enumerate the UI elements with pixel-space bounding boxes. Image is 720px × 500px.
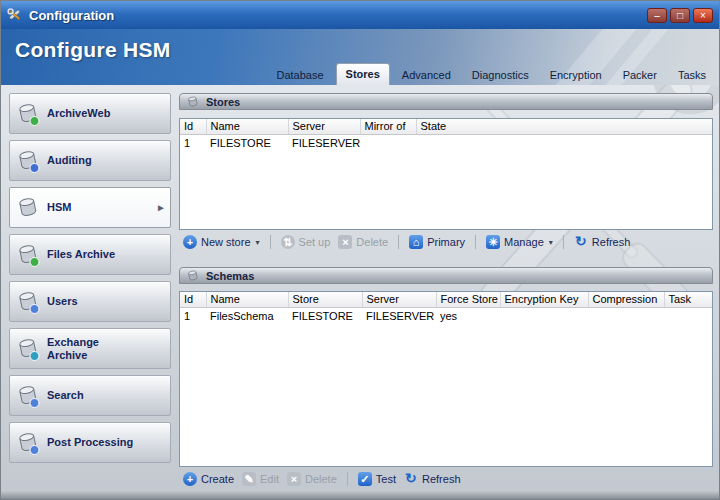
chevron-down-icon[interactable]: ▾ — [256, 238, 260, 247]
home-icon: ⌂ — [409, 235, 423, 249]
page-header: Configure HSM Database Stores Advanced D… — [1, 29, 719, 85]
manage-button[interactable]: ✳ Manage ▾ — [482, 234, 557, 250]
table-row[interactable]: 1 FilesSchema FILESTORE FILESERVER yes — [180, 307, 712, 324]
schemas-icon — [186, 269, 200, 283]
sidebar-item-label: Exchange Archive — [47, 336, 99, 361]
toolbar-separator — [347, 472, 348, 486]
tab-encryption[interactable]: Encryption — [541, 65, 611, 85]
minimize-button[interactable]: – — [647, 8, 667, 23]
refresh-icon: ↻ — [404, 472, 418, 486]
test-button[interactable]: ✓ Test — [354, 471, 400, 487]
table-row[interactable]: 1 FILESTORE FILESERVER — [180, 134, 712, 151]
cell: yes — [436, 307, 500, 324]
refresh-stores-button[interactable]: ↻ Refresh — [570, 234, 635, 250]
stores-toolbar: + New store ▾ ⇅ Set up × Delete ⌂ Primar… — [179, 232, 713, 252]
delete-store-button[interactable]: × Delete — [334, 234, 392, 250]
column-header: Mirror of — [360, 119, 416, 134]
button-label: Refresh — [592, 236, 631, 248]
sidebar-nav: ArchiveWeb Auditing — [9, 93, 171, 469]
schemas-table: Id Name Store Server Force Store Encrypt… — [179, 291, 713, 467]
button-label: Edit — [260, 473, 279, 485]
cell: FILESTORE — [288, 307, 362, 324]
window-bottom-frame — [1, 490, 719, 499]
button-label: Primary — [427, 236, 465, 248]
app-tools-icon — [7, 7, 23, 23]
add-icon: + — [183, 235, 197, 249]
sidebar-item-label: Auditing — [47, 154, 92, 167]
column-header: Name — [206, 119, 288, 134]
configuration-window: Configuration – □ × Configure HSM Databa… — [0, 0, 720, 500]
add-icon: + — [183, 472, 197, 486]
new-store-button[interactable]: + New store ▾ — [179, 234, 264, 250]
chevron-down-icon[interactable]: ▾ — [549, 238, 553, 247]
button-label: Set up — [299, 236, 331, 248]
cell — [500, 307, 588, 324]
tab-bar: Database Stores Advanced Diagnostics Enc… — [265, 63, 716, 85]
delete-schema-button[interactable]: × Delete — [283, 471, 341, 487]
column-header: Compression — [588, 292, 664, 307]
exchange-archive-icon — [15, 336, 41, 362]
files-archive-icon — [15, 242, 41, 268]
tab-advanced[interactable]: Advanced — [393, 65, 460, 85]
users-icon — [15, 289, 41, 315]
column-header: Encryption Key — [500, 292, 588, 307]
column-header: Server — [288, 119, 360, 134]
post-processing-icon — [15, 430, 41, 456]
sidebar-item-users[interactable]: Users — [9, 281, 171, 322]
manage-gear-icon: ✳ — [486, 235, 500, 249]
window-title: Configuration — [29, 8, 114, 23]
stores-group-title: Stores — [206, 96, 240, 108]
sidebar-item-files-archive[interactable]: Files Archive — [9, 234, 171, 275]
column-header: Name — [206, 292, 288, 307]
cell — [588, 307, 664, 324]
delete-icon: × — [338, 235, 352, 249]
schemas-group-header: Schemas — [179, 267, 713, 284]
refresh-schemas-button[interactable]: ↻ Refresh — [400, 471, 465, 487]
cell: 1 — [180, 307, 206, 324]
column-header: Id — [180, 292, 206, 307]
selected-arrow-icon: ► — [156, 202, 166, 213]
set-up-button[interactable]: ⇅ Set up — [277, 234, 335, 250]
close-button[interactable]: × — [693, 8, 713, 23]
schemas-toolbar: + Create ✎ Edit × Delete ✓ Test ↻ — [179, 469, 713, 489]
edit-button[interactable]: ✎ Edit — [238, 471, 283, 487]
tab-tasks[interactable]: Tasks — [669, 65, 715, 85]
create-button[interactable]: + Create — [179, 471, 238, 487]
column-header: Server — [362, 292, 436, 307]
tab-diagnostics[interactable]: Diagnostics — [463, 65, 538, 85]
cell: 1 — [180, 134, 206, 151]
button-label: Delete — [356, 236, 388, 248]
sidebar-item-post-processing[interactable]: Post Processing — [9, 422, 171, 463]
tab-packer[interactable]: Packer — [614, 65, 666, 85]
cell — [416, 134, 712, 151]
sidebar-item-exchange-archive[interactable]: Exchange Archive — [9, 328, 171, 369]
maximize-button[interactable]: □ — [670, 8, 690, 23]
auditing-icon — [15, 148, 41, 174]
primary-button[interactable]: ⌂ Primary — [405, 234, 469, 250]
archiveweb-icon — [15, 101, 41, 127]
tab-stores[interactable]: Stores — [336, 63, 390, 85]
stores-group-header: Stores — [179, 93, 713, 110]
toolbar-separator — [270, 235, 271, 249]
column-header: Store — [288, 292, 362, 307]
sidebar-item-auditing[interactable]: Auditing — [9, 140, 171, 181]
sidebar-item-label: ArchiveWeb — [47, 107, 110, 120]
sidebar-item-hsm[interactable]: HSM ► — [9, 187, 171, 228]
column-header: Id — [180, 119, 206, 134]
sidebar-item-label: Search — [47, 389, 84, 402]
button-label: New store — [201, 236, 251, 248]
refresh-icon: ↻ — [574, 235, 588, 249]
sidebar-item-archiveweb[interactable]: ArchiveWeb — [9, 93, 171, 134]
sidebar-item-label: HSM — [47, 201, 71, 214]
column-header: Force Store — [436, 292, 500, 307]
button-label: Manage — [504, 236, 544, 248]
sidebar-item-label: Users — [47, 295, 78, 308]
stores-icon — [186, 95, 200, 109]
window-controls: – □ × — [647, 8, 713, 23]
sidebar-item-label: Post Processing — [47, 436, 133, 449]
tab-database[interactable]: Database — [268, 65, 333, 85]
check-icon: ✓ — [358, 472, 372, 486]
button-label: Refresh — [422, 473, 461, 485]
sidebar-item-search[interactable]: Search — [9, 375, 171, 416]
button-label: Create — [201, 473, 234, 485]
